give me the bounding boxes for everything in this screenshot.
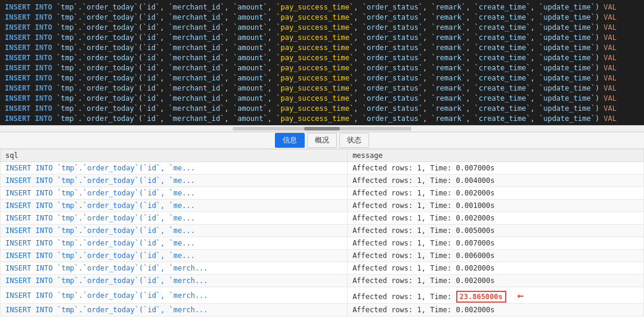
sql-cell: INSERT INTO `tmp`.`order_today`(`id`, `m… (1, 275, 348, 287)
sql-line: INSERT INTO `tmp`.`order_today`(`id`, `m… (5, 63, 639, 73)
tab-status[interactable]: 状态 (339, 133, 369, 148)
message-cell: Affected rows: 1, Time: 0.002000s (348, 187, 644, 200)
message-cell: Affected rows: 1, Time: 0.007000s (348, 162, 644, 175)
sql-line: INSERT INTO `tmp`.`order_today`(`id`, `m… (5, 33, 639, 43)
table-row: INSERT INTO `tmp`.`order_today`(`id`, `m… (1, 212, 644, 225)
table-row: INSERT INTO `tmp`.`order_today`(`id`, `m… (1, 175, 644, 187)
tab-bar: 信息概况状态 (0, 132, 644, 149)
sql-cell: INSERT INTO `tmp`.`order_today`(`id`, `m… (1, 287, 348, 304)
scrollbar-track[interactable] (233, 127, 411, 130)
sql-cell: INSERT INTO `tmp`.`order_today`(`id`, `m… (1, 162, 348, 175)
sql-cell: INSERT INTO `tmp`.`order_today`(`id`, `m… (1, 187, 348, 200)
tab-overview[interactable]: 概况 (307, 133, 337, 148)
message-cell: Affected rows: 1, Time: 0.002000s (348, 212, 644, 225)
table-row: INSERT INTO `tmp`.`order_today`(`id`, `m… (1, 287, 644, 304)
message-cell: Affected rows: 1, Time: 0.002000s (348, 304, 644, 316)
sql-editor[interactable]: INSERT INTO `tmp`.`order_today`(`id`, `m… (0, 0, 644, 125)
sql-cell: INSERT INTO `tmp`.`order_today`(`id`, `m… (1, 262, 348, 275)
table-row: INSERT INTO `tmp`.`order_today`(`id`, `m… (1, 162, 644, 175)
sql-line: INSERT INTO `tmp`.`order_today`(`id`, `m… (5, 2, 639, 13)
col-header-sql: sql (1, 150, 348, 162)
sql-line: INSERT INTO `tmp`.`order_today`(`id`, `m… (5, 53, 639, 63)
results-table: sqlmessage INSERT INTO `tmp`.`order_toda… (0, 149, 644, 317)
sql-cell: INSERT INTO `tmp`.`order_today`(`id`, `m… (1, 237, 348, 250)
message-cell: Affected rows: 1, Time: 0.004000s (348, 175, 644, 187)
table-row: INSERT INTO `tmp`.`order_today`(`id`, `m… (1, 250, 644, 262)
col-header-message: message (348, 150, 644, 162)
table-row: INSERT INTO `tmp`.`order_today`(`id`, `m… (1, 304, 644, 316)
sql-cell: INSERT INTO `tmp`.`order_today`(`id`, `m… (1, 200, 348, 212)
table-row: INSERT INTO `tmp`.`order_today`(`id`, `m… (1, 237, 644, 250)
tab-info[interactable]: 信息 (275, 133, 305, 148)
sql-line: INSERT INTO `tmp`.`order_today`(`id`, `m… (5, 114, 639, 124)
sql-cell: INSERT INTO `tmp`.`order_today`(`id`, `m… (1, 304, 348, 316)
message-cell: Affected rows: 1, Time: 0.006000s (348, 250, 644, 262)
sql-line: INSERT INTO `tmp`.`order_today`(`id`, `m… (5, 104, 639, 114)
table-row: INSERT INTO `tmp`.`order_today`(`id`, `m… (1, 200, 644, 212)
message-cell: Affected rows: 1, Time: 0.002000s (348, 262, 644, 275)
highlighted-time-value: 23.865000s (456, 291, 506, 303)
red-arrow-icon: ← (511, 289, 524, 302)
table-row: INSERT INTO `tmp`.`order_today`(`id`, `m… (1, 275, 644, 287)
horizontal-scrollbar[interactable] (0, 125, 644, 132)
sql-line: INSERT INTO `tmp`.`order_today`(`id`, `m… (5, 83, 639, 94)
message-cell: Affected rows: 1, Time: 0.005000s (348, 225, 644, 237)
sql-cell: INSERT INTO `tmp`.`order_today`(`id`, `m… (1, 250, 348, 262)
results-area[interactable]: sqlmessage INSERT INTO `tmp`.`order_toda… (0, 149, 644, 317)
sql-line: INSERT INTO `tmp`.`order_today`(`id`, `m… (5, 94, 639, 104)
sql-cell: INSERT INTO `tmp`.`order_today`(`id`, `m… (1, 175, 348, 187)
sql-cell: INSERT INTO `tmp`.`order_today`(`id`, `m… (1, 212, 348, 225)
sql-line: INSERT INTO `tmp`.`order_today`(`id`, `m… (5, 23, 639, 33)
table-row: INSERT INTO `tmp`.`order_today`(`id`, `m… (1, 225, 644, 237)
message-cell: Affected rows: 1, Time: 0.002000s (348, 275, 644, 287)
message-cell: Affected rows: 1, Time: 0.007000s (348, 237, 644, 250)
table-row: INSERT INTO `tmp`.`order_today`(`id`, `m… (1, 187, 644, 200)
sql-line: INSERT INTO `tmp`.`order_today`(`id`, `m… (5, 13, 639, 23)
scrollbar-thumb[interactable] (304, 127, 340, 130)
table-row: INSERT INTO `tmp`.`order_today`(`id`, `m… (1, 262, 644, 275)
sql-line: INSERT INTO `tmp`.`order_today`(`id`, `m… (5, 73, 639, 83)
sql-line: INSERT INTO `tmp`.`order_today`(`id`, `m… (5, 43, 639, 53)
message-cell: Affected rows: 1, Time: 23.865000s ← (348, 287, 644, 304)
sql-cell: INSERT INTO `tmp`.`order_today`(`id`, `m… (1, 225, 348, 237)
message-cell: Affected rows: 1, Time: 0.001000s (348, 200, 644, 212)
message-text: Affected rows: 1, Time: (352, 293, 456, 301)
